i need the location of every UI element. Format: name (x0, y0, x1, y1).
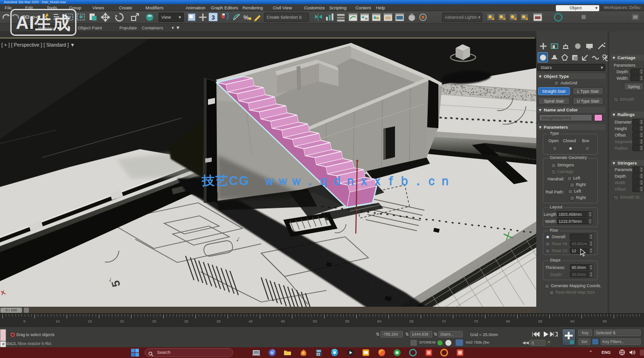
svg-text:[ + ] [ Perspective ] [ Standa: [ + ] [ Perspective ] [ Standard ] ▼ (1, 42, 75, 48)
svg-text:%: % (243, 14, 249, 21)
